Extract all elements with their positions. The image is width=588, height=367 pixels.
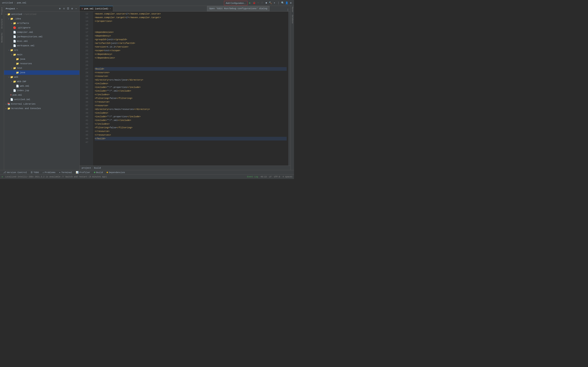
bottom-tab-problems[interactable]: ⚠Problems (41, 170, 57, 175)
code-line-44: </resource> (95, 129, 287, 133)
tree-item-untitled-iml[interactable]: 📄 untitled.iml (4, 97, 79, 102)
dropdown-icon[interactable]: ▾ (273, 1, 276, 5)
code-line-47 (95, 141, 287, 144)
stop-icon[interactable]: ■ (265, 1, 268, 5)
bottom-tab-terminal[interactable]: ▸Terminal (58, 170, 74, 175)
editor-vscroll[interactable] (288, 12, 290, 166)
tab-icon-2: ⚠ (43, 171, 44, 174)
tree-item-scratches[interactable]: ▸ 📁 Scratches and Consoles (4, 106, 79, 111)
tree-label-artifacts: artifacts (17, 22, 29, 25)
tree-label-compiler: compiler.xml (17, 31, 33, 33)
gear-icon[interactable]: ⚙ (289, 1, 292, 5)
profile-icon[interactable]: ⏱ (260, 1, 264, 5)
tree-item-main[interactable]: ▾ 📁 main (4, 52, 79, 57)
tab-dot-5 (94, 172, 95, 173)
tab-close-button[interactable]: × (110, 8, 111, 10)
status-bar: ● Localized IntelliJ IDEA 2021.3.2 is av… (0, 175, 294, 179)
tree-item-src[interactable]: ▾ 📁 src (4, 48, 79, 52)
panel-gear-icon[interactable]: ⚙ (70, 7, 74, 10)
code-line-24: </dependencies> (95, 56, 287, 60)
tree-arrow-scratches: ▸ (5, 108, 7, 110)
tree-item-web[interactable]: ▾ 📁 web (4, 75, 79, 79)
breadcrumb-sep-1: › (92, 167, 93, 169)
tab-maven-icon: m (82, 8, 83, 10)
bottom-tab-todo[interactable]: ☰TODO (29, 170, 40, 175)
search-icon[interactable]: 🔍 (281, 1, 284, 5)
tab-label-6: Dependencies (109, 171, 125, 174)
tree-label-web: web (14, 76, 18, 78)
panel-locate-icon[interactable]: ⊕ (58, 7, 61, 10)
tree-item-idea[interactable]: ▸ 📁 .idea (4, 17, 79, 21)
more-icon[interactable]: ⋮ (277, 1, 280, 5)
bottom-tab-profiler[interactable]: 📊Profiler (74, 170, 92, 175)
panel-collapse-icon[interactable]: ≡ (62, 7, 66, 10)
tree-icon-indexjsp: 📄 (13, 89, 16, 92)
tree-item-webxml[interactable]: 📄 web.xml (4, 84, 79, 88)
project-strip-label[interactable]: Project (1, 7, 3, 15)
user-icon[interactable]: 👤 (285, 1, 288, 5)
editor-tab-pom[interactable]: m pom.xml (untitled) × (80, 6, 113, 11)
project-panel: Project ▾ ⊕ ≡ ☰ ⚙ — ▾ 📁 untitled ~/untit… (4, 6, 80, 170)
status-event-log[interactable]: Event Log (247, 176, 258, 178)
tree-item-java[interactable]: 📁 java (4, 57, 79, 61)
code-line-15 (95, 23, 287, 27)
status-right: Event Log 46:13 LF UTF-8 4 spaces (247, 176, 292, 178)
panel-close-icon[interactable]: — (75, 7, 78, 10)
tree-item-artifacts[interactable]: ▸ 📁 artifacts (4, 21, 79, 25)
tree-icon-test: 📁 (13, 67, 16, 70)
tab-settings-icon[interactable]: ⋮ (286, 8, 290, 11)
code-area[interactable]: <maven.compiler.source>17</maven.compile… (93, 12, 288, 166)
tree-label-untitled-iml: untitled.iml (14, 98, 30, 101)
tree-item-workspace[interactable]: 📄 workspace.xml (4, 43, 79, 48)
tree-item-untitled[interactable]: ▾ 📁 untitled ~/untitled (4, 12, 79, 17)
debug-icon[interactable]: 🐞 (252, 1, 256, 5)
tree-arrow-main: ▾ (11, 54, 13, 56)
tree-item-indexjsp[interactable]: 📄 index.jsp (4, 88, 79, 93)
tree-item-test[interactable]: ▾ 📁 test (4, 66, 79, 70)
bottom-tab-dependencies[interactable]: Dependencies (105, 170, 127, 175)
tree-item-gitignore[interactable]: 🔴 .gitignore (4, 25, 79, 30)
maven-strip-label[interactable]: Maven (291, 7, 293, 12)
status-indent: 4 spaces (283, 176, 292, 178)
panel-dropdown-icon[interactable]: ▾ (16, 7, 18, 10)
tree-item-jarRepositories[interactable]: 📄 jarRepositories.xml (4, 34, 79, 39)
code-line-26 (95, 63, 287, 67)
coverage-icon[interactable]: ☂ (256, 1, 260, 5)
tree-item-compiler[interactable]: 📄 compiler.xml (4, 30, 79, 34)
code-line-34: </includes> (95, 93, 287, 96)
add-configuration-button[interactable]: Add Configuration... (224, 1, 247, 5)
title-bar: untitled › pom.xml Add Configuration... … (0, 0, 294, 6)
tree-icon-java: 📁 (16, 58, 19, 61)
tree-item-ext-libs[interactable]: ▸ 📚 External Libraries (4, 102, 79, 106)
tab-label-0: Version Control (7, 171, 27, 174)
tree-label-test-java: java (20, 71, 25, 74)
code-line-40: <include>**/*.properties</include> (95, 115, 287, 118)
tree-icon-untitled-iml: 📄 (10, 98, 13, 101)
code-line-43: <filtering>false</filtering> (95, 126, 287, 129)
code-line-23: </dependency> (95, 52, 287, 56)
code-line-41: <include>**/*.xml</include> (95, 118, 287, 122)
code-line-28: <resources> (95, 71, 287, 75)
code-line-30: <directory>src/main/java</directory> (95, 78, 287, 82)
tree-item-resources[interactable]: 📁 resources (4, 61, 79, 66)
tree-item-webinf[interactable]: ▾ 📁 WEB-INF (4, 79, 79, 84)
tab-icon-0: ⎇ (3, 171, 6, 174)
tree-item-test-java[interactable]: 📁 java (4, 70, 79, 75)
tree-item-misc[interactable]: 📄 misc.xml (4, 39, 79, 43)
tree-icon-untitled: 📁 (7, 13, 10, 16)
bottom-tab-build[interactable]: Build (92, 170, 104, 175)
tree-icon-gitignore: 🔴 (13, 26, 16, 29)
run-icon[interactable]: ▶ (248, 1, 251, 5)
build-icon[interactable]: 🔨 (269, 1, 272, 5)
bookmarks-strip-label[interactable]: Bookmarks (1, 33, 3, 43)
tab-label-4: Profiler (79, 171, 90, 174)
tree-label-test: test (17, 67, 22, 69)
structure-strip-label[interactable]: Structure (1, 19, 3, 29)
panel-settings-icon[interactable]: ☰ (66, 7, 70, 10)
database-strip-label[interactable]: database (291, 15, 293, 24)
bottom-tab-version-control[interactable]: ⎇Version Control (2, 170, 29, 175)
breadcrumb-build[interactable]: build (94, 167, 101, 169)
editor-content: 1213141516171819202122232425262728293031… (80, 12, 290, 166)
breadcrumb-project[interactable]: project (82, 167, 91, 169)
tree-item-pomxml[interactable]: m pom.xml (4, 93, 79, 97)
